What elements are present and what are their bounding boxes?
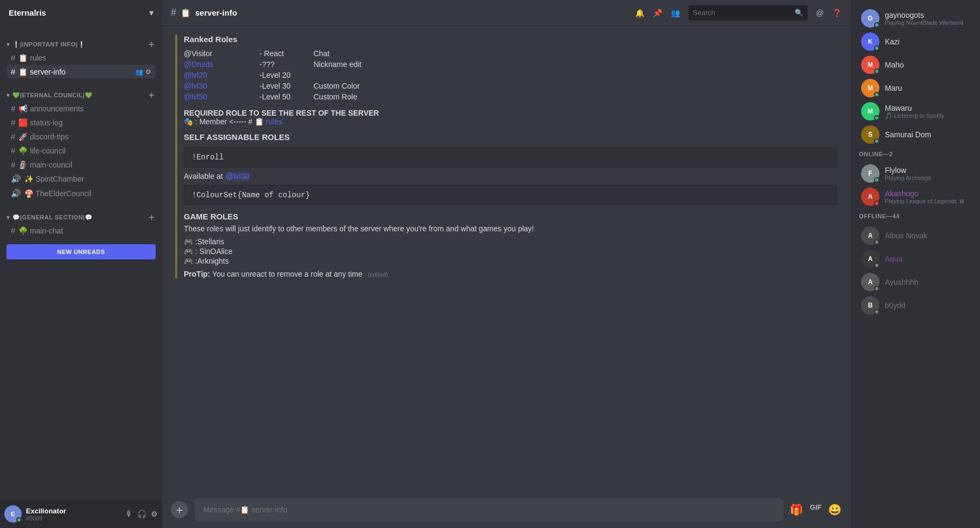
mute-icon[interactable]: 🎙: [125, 510, 133, 518]
member-info: Aqua: [885, 255, 969, 263]
pin-icon[interactable]: 📌: [653, 9, 662, 17]
member-name: Ayushhhh: [885, 278, 969, 286]
channel-main-council[interactable]: # 🗿 main-council: [6, 158, 156, 171]
category-general-section: ▾ 💬|GENERAL SECTION|💬 ＋ # 🌳 main-chat: [0, 203, 162, 240]
member-activity: Playing MountBlade Warband: [885, 19, 969, 26]
settings-icon[interactable]: ⚙: [151, 510, 158, 518]
search-icon: 🔍: [795, 9, 803, 17]
add-attachment-button[interactable]: ＋: [171, 501, 188, 518]
member-info: Maru: [885, 84, 969, 92]
role-name: @Druids: [184, 60, 259, 69]
member-info: Albus Novak: [885, 231, 969, 240]
main-content: # 📋 server-info 🔔 📌 👥 Search 🔍 @ ❓ Ranke…: [162, 0, 850, 528]
status-indicator: [874, 239, 879, 245]
role-dash: -Level 50: [259, 92, 314, 101]
self-assignable-section: SELF ASSIGNABLE ROLES !Enroll Available …: [184, 132, 837, 205]
required-role-section: REQUIRED ROLE TO SEE THE REST OF THE SER…: [184, 109, 837, 126]
member-flylow[interactable]: F Flylow Playing Archeage: [855, 162, 976, 185]
user-avatar: E: [4, 505, 22, 523]
status-indicator: [874, 309, 879, 315]
member-icon: 👥: [135, 68, 143, 76]
member-avatar: K: [861, 32, 879, 51]
chevron-icon: ▾: [6, 214, 10, 221]
members-list: G gaynoogots Playing MountBlade Warband …: [850, 0, 980, 528]
role-name: @lvl20: [184, 71, 259, 79]
add-channel-icon[interactable]: ＋: [147, 212, 156, 223]
member-samurai-dom[interactable]: S Samurai Dom: [855, 123, 976, 146]
member-maru[interactable]: M Maru: [855, 77, 976, 99]
member-ayushhhh[interactable]: A Ayushhhh: [855, 271, 976, 293]
channel-announcements[interactable]: # 📢 announcements: [6, 102, 156, 115]
status-indicator: [874, 92, 879, 97]
member-albus-novak[interactable]: A Albus Novak: [855, 224, 976, 247]
new-unreads-button[interactable]: NEW UNREADS: [6, 244, 156, 259]
member-name: Albus Novak: [885, 231, 969, 240]
category-header-council[interactable]: ▾ 💚|ETERNAL COUNCIL|💚 ＋: [4, 90, 158, 101]
channel-elder-council[interactable]: 🔊 🍄 TheElderCouncil: [6, 186, 156, 200]
channel-discord-tips[interactable]: # 🚀 discord-tips: [6, 130, 156, 143]
game-role-stellaris: 🎮 :Stellaris: [184, 237, 837, 246]
channel-life-council[interactable]: # 🌳 life-council: [6, 144, 156, 157]
member-info: b0ydd: [885, 301, 969, 310]
online2-section-header: ONLINE—2: [850, 146, 980, 162]
gif-icon[interactable]: GIF: [810, 503, 822, 516]
protip: ProTip: You can unreact to remove a role…: [184, 270, 837, 278]
at-icon[interactable]: @: [816, 9, 824, 17]
channel-server-info[interactable]: # 📋 server-info 👥 ⚙: [6, 65, 156, 78]
role-row-lvl50: @lvl50 -Level 50 Custom Role: [184, 91, 837, 102]
search-text: Search: [693, 9, 791, 17]
member-name: Maru: [885, 84, 969, 92]
category-header[interactable]: ▾ ❕|INPORTANT INFO|❕ ＋: [4, 39, 158, 50]
member-avatar: A: [861, 188, 879, 206]
channel-status-log[interactable]: # 🟥 status-log: [6, 116, 156, 129]
role-row-lvl30: @lvl30 -Level 30 Custom Color: [184, 81, 837, 91]
topbar-icons: 🔔 📌 👥 Search 🔍 @ ❓: [635, 5, 842, 21]
message-icons: 🎁 GIF 😀: [790, 503, 842, 516]
member-avatar: M: [861, 56, 879, 74]
message-input[interactable]: [195, 498, 783, 522]
deafen-icon[interactable]: 🎧: [137, 510, 146, 518]
member-b0ydd[interactable]: B b0ydd: [855, 294, 976, 317]
add-channel-icon[interactable]: ＋: [147, 39, 156, 50]
self-assignable-title: SELF ASSIGNABLE ROLES: [184, 132, 837, 142]
status-indicator: [874, 115, 879, 121]
hash-icon: #: [11, 104, 15, 113]
member-gaynoogots[interactable]: G gaynoogots Playing MountBlade Warband: [855, 7, 976, 30]
member-info: Samurai Dom: [885, 130, 969, 139]
category-eternal-council: ▾ 💚|ETERNAL COUNCIL|💚 ＋ # 📢 announcement…: [0, 81, 162, 203]
hash-icon: #: [171, 7, 176, 18]
member-avatar: M: [861, 102, 879, 121]
member-mawaru[interactable]: M Mawaru 🎵 Listening to Spotify: [855, 100, 976, 123]
category-header-general[interactable]: ▾ 💬|GENERAL SECTION|💬 ＋: [4, 212, 158, 223]
game-emoji: 🎮: [184, 237, 193, 246]
member-avatar: S: [861, 125, 879, 144]
channel-spirit-chamber[interactable]: 🔊 ✨ SpiritChamber: [6, 172, 156, 186]
channel-rules[interactable]: # 📋 rules: [6, 51, 156, 64]
channel-main-chat[interactable]: # 🌳 main-chat: [6, 224, 156, 237]
add-channel-icon[interactable]: ＋: [147, 90, 156, 101]
status-indicator: [874, 263, 879, 268]
role-perm: Chat: [314, 49, 330, 58]
role-row-visitor: @Visitor - React Chat: [184, 48, 837, 59]
member-info: Maho: [885, 61, 969, 69]
bell-icon[interactable]: 🔔: [635, 9, 644, 17]
member-kazi[interactable]: K Kazi: [855, 30, 976, 53]
gift-icon[interactable]: 🎁: [790, 503, 803, 516]
member-activity: Playing Archeage: [885, 175, 969, 181]
rules-link[interactable]: 📋 rules: [255, 117, 282, 126]
member-akashugo[interactable]: A Akashugo Playing League of Legends 🖥: [855, 185, 976, 208]
category-label: ❕|INPORTANT INFO|❕: [12, 41, 86, 48]
members-icon[interactable]: 👥: [671, 9, 680, 17]
search-box[interactable]: Search 🔍: [689, 5, 808, 21]
member-info: Akashugo Playing League of Legends 🖥: [885, 189, 969, 204]
category-label: 💬|GENERAL SECTION|💬: [12, 214, 93, 221]
role-name: @lvl30: [184, 82, 259, 90]
member-maho[interactable]: M Maho: [855, 54, 976, 76]
help-icon[interactable]: ❓: [832, 9, 842, 17]
chevron-icon: ▾: [6, 41, 10, 48]
member-activity: 🎵 Listening to Spotify: [885, 112, 969, 119]
server-header[interactable]: Eternalris ▾: [0, 0, 162, 26]
lvl30-mention[interactable]: @lvl30: [225, 172, 250, 181]
emoji-icon[interactable]: 😀: [828, 503, 842, 516]
member-aqua[interactable]: A Aqua: [855, 248, 976, 270]
